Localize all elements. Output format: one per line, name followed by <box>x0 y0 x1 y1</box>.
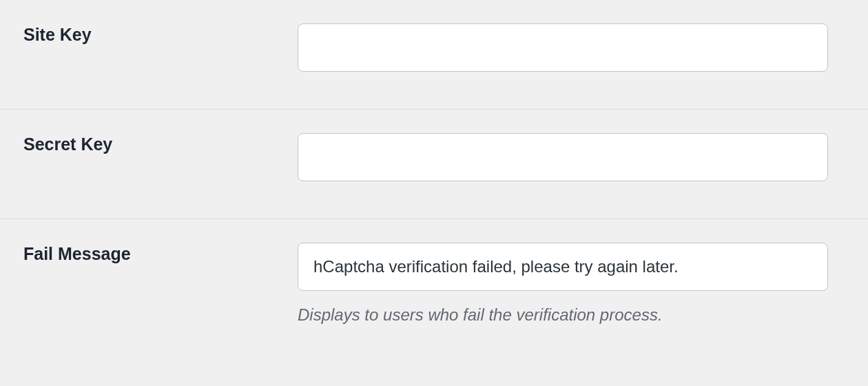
settings-form: Site Key Secret Key Fail Message Display… <box>0 0 868 364</box>
fail-message-description: Displays to users who fail the verificat… <box>298 303 828 327</box>
field-secret-key <box>298 133 845 181</box>
field-site-key <box>298 23 845 72</box>
field-fail-message: Displays to users who fail the verificat… <box>298 243 845 327</box>
site-key-input[interactable] <box>298 23 828 72</box>
label-secret-key: Secret Key <box>23 133 298 156</box>
form-row-secret-key: Secret Key <box>0 110 868 219</box>
site-key-label-text: Site Key <box>23 25 92 44</box>
secret-key-input[interactable] <box>298 133 828 181</box>
label-fail-message: Fail Message <box>23 243 298 265</box>
form-row-fail-message: Fail Message Displays to users who fail … <box>0 219 868 364</box>
secret-key-label-text: Secret Key <box>23 134 112 154</box>
fail-message-label-text: Fail Message <box>23 244 131 263</box>
label-site-key: Site Key <box>23 23 298 46</box>
fail-message-input[interactable] <box>298 243 828 291</box>
form-row-site-key: Site Key <box>0 0 868 110</box>
